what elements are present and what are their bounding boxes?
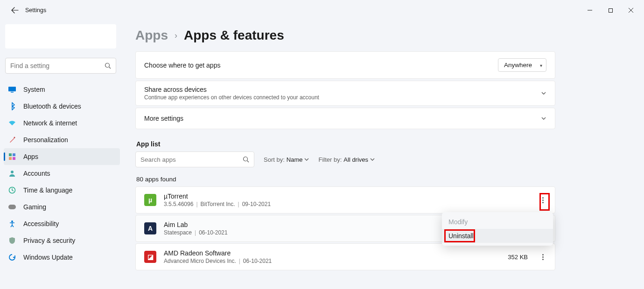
app-subline: 3.5.5.46096|BitTorrent Inc.|09-10-2021 <box>164 201 271 207</box>
svg-rect-7 <box>9 157 12 160</box>
card-title: Choose where to get apps <box>144 62 220 69</box>
personalization-icon <box>7 135 17 144</box>
chevron-down-icon: ▾ <box>540 62 542 68</box>
search-field[interactable] <box>5 58 116 74</box>
svg-rect-6 <box>13 153 15 156</box>
card-title: More settings <box>144 115 183 122</box>
nav-item-bluetooth[interactable]: Bluetooth & devices <box>4 98 120 115</box>
card-more-settings[interactable]: More settings <box>135 108 555 129</box>
card-get-apps[interactable]: Choose where to get apps Anywhere ▾ <box>135 51 555 79</box>
chevron-down-icon <box>304 157 309 162</box>
filter-label: Filter by: <box>318 156 342 163</box>
app-subline: Advanced Micro Devices Inc.|06-10-2021 <box>164 258 272 264</box>
app-name: µTorrent <box>164 193 271 200</box>
search-input[interactable] <box>10 62 105 69</box>
filter-value: All drives <box>343 156 368 163</box>
filter-dropdown[interactable]: Filter by: All drives <box>318 156 375 163</box>
sort-dropdown[interactable]: Sort by: Name <box>264 156 309 163</box>
minimize-icon <box>587 7 593 13</box>
nav-item-gaming[interactable]: Gaming <box>4 199 120 215</box>
nav-item-network[interactable]: Network & internet <box>4 115 120 131</box>
system-icon <box>7 85 17 94</box>
card-share-devices[interactable]: Share across devices Continue app experi… <box>135 81 555 106</box>
get-apps-select[interactable]: Anywhere ▾ <box>498 58 546 72</box>
nav-label: Gaming <box>23 203 46 211</box>
filter-row: Sort by: Name Filter by: All drives <box>135 151 555 167</box>
app-name: AMD Radeon Software <box>164 249 272 257</box>
app-name: Aim Lab <box>164 221 228 228</box>
nav-label: Windows Update <box>23 254 73 261</box>
time-icon <box>7 186 17 195</box>
svg-rect-3 <box>11 92 14 93</box>
close-button[interactable] <box>621 3 641 18</box>
privacy-icon <box>7 236 17 245</box>
accessibility-icon <box>7 219 17 228</box>
nav-item-apps[interactable]: Apps <box>4 148 120 165</box>
network-icon <box>7 118 17 128</box>
app-icon: A <box>144 222 156 234</box>
context-item-modify: Modify <box>442 215 553 229</box>
app-title: Settings <box>25 7 46 14</box>
svg-point-9 <box>11 171 14 173</box>
sort-label: Sort by: <box>264 156 285 163</box>
chevron-down-icon <box>370 157 375 162</box>
nav-label: Privacy & security <box>23 237 75 244</box>
nav-item-time[interactable]: Time & language <box>4 182 120 199</box>
maximize-button[interactable] <box>600 3 621 18</box>
svg-point-12 <box>11 220 13 222</box>
close-icon <box>628 7 634 13</box>
nav-label: System <box>23 86 45 93</box>
nav-label: Personalization <box>23 136 68 144</box>
search-icon <box>243 156 249 163</box>
breadcrumb-parent[interactable]: Apps <box>135 28 168 43</box>
back-button[interactable] <box>9 5 21 16</box>
user-box[interactable] <box>5 24 116 48</box>
nav-label: Accounts <box>23 170 50 177</box>
annotation-highlight <box>539 193 550 211</box>
search-icon <box>105 62 111 69</box>
app-row-utorrent[interactable]: µ µTorrent 3.5.5.46096|BitTorrent Inc.|0… <box>135 186 555 213</box>
svg-point-1 <box>105 63 110 68</box>
chevron-down-icon <box>541 116 546 121</box>
nav-item-accounts[interactable]: Accounts <box>4 165 120 182</box>
nav-item-update[interactable]: Windows Update <box>4 249 120 266</box>
svg-rect-0 <box>609 8 612 12</box>
chevron-down-icon <box>541 90 546 96</box>
main-content: Apps › Apps & features Choose where to g… <box>124 21 644 289</box>
minimize-button[interactable] <box>580 3 600 18</box>
context-menu: Modify Uninstall <box>442 212 553 246</box>
card-title: Share across devices <box>144 86 319 93</box>
app-size: 352 KB <box>508 254 528 261</box>
nav-label: Network & internet <box>23 119 77 127</box>
svg-point-4 <box>14 137 15 138</box>
chevron-right-icon: › <box>175 31 177 41</box>
titlebar: Settings <box>0 0 644 21</box>
app-subline: Statespace|06-10-2021 <box>164 229 228 236</box>
svg-rect-5 <box>9 153 12 156</box>
breadcrumb: Apps › Apps & features <box>135 24 555 51</box>
nav-label: Accessibility <box>23 220 59 227</box>
nav-label: Bluetooth & devices <box>23 103 81 110</box>
nav-label: Time & language <box>23 186 72 194</box>
page-title: Apps & features <box>184 28 284 43</box>
arrow-left-icon <box>11 7 19 14</box>
nav-item-personalization[interactable]: Personalization <box>4 131 120 148</box>
update-icon <box>7 253 17 262</box>
section-label: App list <box>136 140 555 148</box>
app-row-amd[interactable]: ◪ AMD Radeon Software Advanced Micro Dev… <box>135 243 555 270</box>
app-more-button[interactable] <box>539 252 546 262</box>
search-apps-field[interactable] <box>135 151 254 167</box>
svg-rect-2 <box>8 87 16 91</box>
card-subtitle: Continue app experiences on other device… <box>144 94 319 101</box>
nav-item-accessibility[interactable]: Accessibility <box>4 215 120 232</box>
nav-label: Apps <box>23 153 38 160</box>
gaming-icon <box>7 202 17 212</box>
search-apps-input[interactable] <box>140 156 243 163</box>
nav-item-system[interactable]: System <box>4 81 120 98</box>
svg-point-13 <box>244 157 248 161</box>
select-value: Anywhere <box>504 62 532 69</box>
app-icon: ◪ <box>144 251 156 263</box>
bluetooth-icon <box>7 102 17 111</box>
nav-item-privacy[interactable]: Privacy & security <box>4 232 120 249</box>
apps-icon <box>7 152 17 161</box>
